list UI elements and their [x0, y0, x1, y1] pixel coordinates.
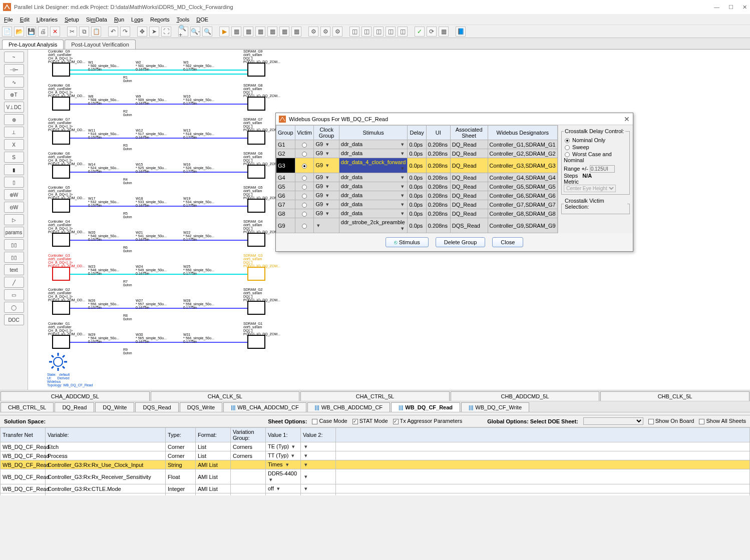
- check-icon[interactable]: ✓: [415, 27, 425, 37]
- palette-5[interactable]: ⊕: [4, 114, 24, 125]
- schematic-tab[interactable]: |||WB_DQ_CF_Write: [461, 402, 529, 412]
- solution-row[interactable]: WB_DQ_CF_ReadController_G3:Rx:CTLE.ModeI…: [1, 484, 750, 493]
- menu-libraries[interactable]: Libraries: [37, 17, 58, 23]
- palette-16[interactable]: ▯▯: [4, 252, 24, 263]
- splitter[interactable]: [0, 412, 750, 415]
- palette-8[interactable]: S: [4, 152, 24, 163]
- palette-9[interactable]: ▮: [4, 164, 24, 175]
- save-icon[interactable]: 💾: [26, 27, 36, 37]
- widebus-row[interactable]: G4G9 ▾ddr_data ▾0.0ps0.208nsDQ_ReadContr…: [276, 173, 558, 182]
- report4-icon[interactable]: ▦: [267, 27, 277, 37]
- worstcase-radio[interactable]: Worst Case and Nominal: [564, 151, 627, 163]
- doe-sheet-select[interactable]: [583, 417, 643, 425]
- widebus-row[interactable]: G3G9 ▾ddr_data_4_clock_forward ▾0.0ps0.2…: [276, 158, 558, 173]
- solution-row[interactable]: WB_DQ_CF_ReadController_G3:Rx:CTLE.Confi…: [1, 493, 750, 496]
- view5-icon[interactable]: ◫: [398, 27, 408, 37]
- menu-file[interactable]: File: [4, 17, 13, 23]
- report1-icon[interactable]: ▦: [231, 27, 241, 37]
- sim-icon[interactable]: ▶: [219, 27, 229, 37]
- close-window-button[interactable]: ✕: [742, 4, 747, 11]
- help-icon[interactable]: 📘: [456, 27, 466, 37]
- schematic-tab[interactable]: DQS_Write: [180, 402, 222, 412]
- palette-7[interactable]: X: [4, 139, 24, 150]
- schematic-tab[interactable]: CHB_ADDCMD_5L: [451, 391, 600, 401]
- solution-space-grid[interactable]: Transfer NetVariable:Type:Format:Variati…: [0, 427, 750, 495]
- minimize-button[interactable]: —: [714, 4, 719, 11]
- schematic-tab[interactable]: CHA_CTRL_5L: [300, 391, 450, 401]
- widebus-row[interactable]: G5G9 ▾ddr_data ▾0.0ps0.208nsDQ_ReadContr…: [276, 182, 558, 191]
- widebus-row[interactable]: G9 ▾ddr_strobe_2ck_preamble ▾0.0ps0.208n…: [276, 218, 558, 233]
- palette-0[interactable]: ~: [4, 52, 24, 63]
- undo-icon[interactable]: ↶: [108, 27, 118, 37]
- palette-1[interactable]: ⊣⊢: [4, 64, 24, 75]
- zoom-region-icon[interactable]: 🔍: [202, 27, 212, 37]
- palette-20[interactable]: ◯: [4, 302, 24, 313]
- palette-2[interactable]: ∿: [4, 77, 24, 88]
- palette-12[interactable]: ⊖W: [4, 202, 24, 213]
- view2-icon[interactable]: ◫: [361, 27, 371, 37]
- schematic-tab[interactable]: DQ_Write: [95, 402, 134, 412]
- stat-mode-checkbox[interactable]: STAT Mode: [352, 418, 388, 424]
- tool3-icon[interactable]: ⚙: [332, 27, 342, 37]
- widebus-row[interactable]: G7G9 ▾ddr_data ▾0.0ps0.208nsDQ_ReadContr…: [276, 200, 558, 209]
- close-button[interactable]: Close: [492, 237, 523, 247]
- palette-10[interactable]: ▯: [4, 177, 24, 188]
- menu-simdata[interactable]: SimData: [86, 17, 107, 23]
- schematic-tab[interactable]: DQ_Read: [55, 402, 94, 412]
- palette-11[interactable]: ⊕W: [4, 189, 24, 200]
- menu-edit[interactable]: Edit: [20, 17, 30, 23]
- print-icon[interactable]: 🖨: [38, 27, 48, 37]
- solution-row[interactable]: WB_DQ_CF_ReadEtchCornerListCornersTE (Ty…: [1, 442, 750, 451]
- view1-icon[interactable]: ◫: [349, 27, 359, 37]
- show-all-sheets-checkbox[interactable]: Show All Sheets: [699, 418, 746, 424]
- cut-icon[interactable]: ✂: [67, 27, 77, 37]
- case-mode-checkbox[interactable]: Case Mode: [312, 418, 347, 424]
- paste-icon[interactable]: 📋: [91, 27, 101, 37]
- zoom-fit-icon[interactable]: ⛶: [161, 27, 171, 37]
- solution-row[interactable]: WB_DQ_CF_ReadProcessCornerListCornersTT …: [1, 451, 750, 460]
- schematic-tab[interactable]: CHA_ADDCMD_5L: [1, 391, 150, 401]
- menu-logs[interactable]: Logs: [131, 17, 143, 23]
- delete-group-button[interactable]: Delete Group: [436, 237, 485, 247]
- zoom-out-icon[interactable]: 🔍-: [190, 27, 200, 37]
- redo-icon[interactable]: ↷: [120, 27, 130, 37]
- view4-icon[interactable]: ◫: [386, 27, 396, 37]
- pan-icon[interactable]: ✥: [137, 27, 147, 37]
- select-icon[interactable]: ➤: [149, 27, 159, 37]
- report2-icon[interactable]: ▦: [243, 27, 253, 37]
- sweep-radio[interactable]: Sweep: [564, 144, 627, 150]
- config-icon[interactable]: ▦: [439, 27, 449, 37]
- widebus-row[interactable]: G1G9 ▾ddr_data ▾0.0ps0.208nsDQ_ReadContr…: [276, 140, 558, 149]
- refresh-icon[interactable]: ⟳: [427, 27, 437, 37]
- palette-14[interactable]: params: [4, 227, 24, 238]
- palette-13[interactable]: ▷: [4, 214, 24, 225]
- tx-aggressor-checkbox[interactable]: Tx Aggressor Parameters: [393, 418, 463, 424]
- tool2-icon[interactable]: ⚙: [320, 27, 330, 37]
- schematic-tab[interactable]: |||WB_CHA_ADDCMD_CF: [223, 402, 306, 412]
- solution-row[interactable]: WB_DQ_CF_ReadController_G3:Rx:Rx_Receive…: [1, 469, 750, 484]
- schematic-tab[interactable]: CHB_CLK_5L: [600, 391, 749, 401]
- copy-icon[interactable]: ⧉: [79, 27, 89, 37]
- menu-doe[interactable]: DOE: [196, 17, 208, 23]
- menu-reports[interactable]: Reports: [150, 17, 170, 23]
- widebus-row[interactable]: G6G9 ▾ddr_data ▾0.0ps0.208nsDQ_ReadContr…: [276, 191, 558, 200]
- widebus-row[interactable]: G2G9 ▾ddr_data ▾0.0ps0.208nsDQ_ReadContr…: [276, 149, 558, 158]
- menu-tools[interactable]: Tools: [177, 17, 190, 23]
- open-icon[interactable]: 📂: [14, 27, 24, 37]
- nominal-radio[interactable]: Nominal Only: [564, 137, 627, 143]
- solution-row[interactable]: WB_DQ_CF_ReadController_G3:Rx:Rx_Use_Clo…: [1, 460, 750, 469]
- tab-prelayout[interactable]: Pre-Layout Analysis: [2, 40, 64, 49]
- maximize-button[interactable]: ☐: [728, 4, 733, 11]
- delete-icon[interactable]: ✕: [50, 27, 60, 37]
- palette-15[interactable]: ▯▯: [4, 239, 24, 250]
- schematic-tab[interactable]: CHB_CTRL_5L: [1, 402, 54, 412]
- report5-icon[interactable]: ▦: [279, 27, 289, 37]
- show-on-board-checkbox[interactable]: Show On Board: [648, 418, 694, 424]
- dialog-close-icon[interactable]: ✕: [624, 115, 630, 123]
- zoom-in-icon[interactable]: 🔍+: [178, 27, 188, 37]
- stimulus-button[interactable]: ⎋ Stimulus: [386, 237, 429, 247]
- tool1-icon[interactable]: ⚙: [308, 27, 318, 37]
- schematic-tab[interactable]: DQS_Read: [135, 402, 178, 412]
- palette-18[interactable]: ╱: [4, 277, 24, 288]
- palette-6[interactable]: ⊥: [4, 127, 24, 138]
